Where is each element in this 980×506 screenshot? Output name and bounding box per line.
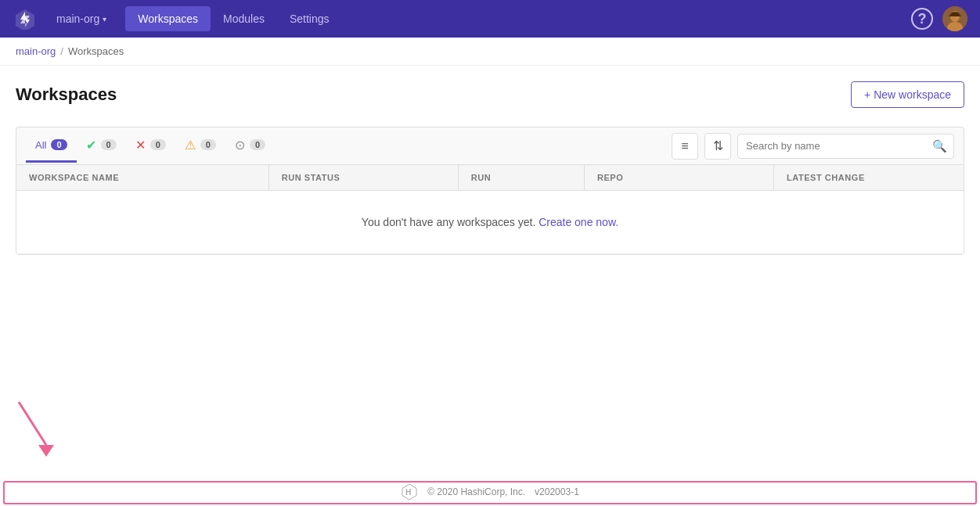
- help-button[interactable]: ?: [911, 8, 933, 30]
- org-name: main-org: [56, 13, 99, 25]
- filter-tab-warning-badge: 0: [200, 139, 216, 150]
- dropdown-chevron-icon: ▾: [103, 15, 106, 23]
- breadcrumb: main-org / Workspaces: [0, 38, 980, 66]
- nav-item-modules[interactable]: Modules: [211, 6, 277, 31]
- filter-tab-success[interactable]: ✔ 0: [77, 128, 126, 164]
- filter-button[interactable]: ≡: [672, 133, 698, 160]
- filter-tabs: All 0 ✔ 0 ✕ 0 ⚠ 0 ⊙ 0: [26, 128, 672, 164]
- create-workspace-link[interactable]: Create one now.: [539, 216, 618, 228]
- sort-icon: ⇅: [713, 138, 723, 153]
- page-content: Workspaces + New workspace All 0 ✔ 0 ✕ 0…: [0, 66, 980, 271]
- search-submit-button[interactable]: 🔍: [926, 135, 953, 158]
- filter-icon: ≡: [681, 139, 688, 153]
- filter-tab-all[interactable]: All 0: [26, 130, 77, 163]
- page-header: Workspaces + New workspace: [16, 81, 964, 108]
- filter-bar: All 0 ✔ 0 ✕ 0 ⚠ 0 ⊙ 0: [16, 127, 964, 164]
- search-icon: 🔍: [932, 139, 947, 153]
- col-latest-change: LATEST CHANGE: [774, 165, 964, 190]
- org-selector[interactable]: main-org ▾: [50, 9, 113, 28]
- filter-tab-paused[interactable]: ⊙ 0: [225, 128, 275, 164]
- col-run-status: RUN STATUS: [269, 165, 459, 190]
- col-workspace-name: WORKSPACE NAME: [16, 165, 269, 190]
- search-input[interactable]: [738, 135, 926, 156]
- error-circle-icon: ✕: [135, 138, 146, 153]
- col-run: RUN: [459, 165, 585, 190]
- check-circle-icon: ✔: [86, 138, 96, 153]
- new-workspace-button[interactable]: + New workspace: [851, 81, 964, 108]
- table-header: WORKSPACE NAME RUN STATUS RUN REPO LATES…: [16, 165, 964, 191]
- sort-button[interactable]: ⇅: [704, 133, 731, 160]
- filter-controls: ≡ ⇅ 🔍: [672, 133, 954, 160]
- breadcrumb-separator: /: [60, 45, 63, 57]
- nav-item-workspaces[interactable]: Workspaces: [125, 6, 211, 31]
- nav-item-settings[interactable]: Settings: [277, 6, 342, 31]
- empty-state: You don't have any workspaces yet. Creat…: [16, 191, 964, 254]
- workspaces-table: WORKSPACE NAME RUN STATUS RUN REPO LATES…: [16, 164, 964, 255]
- filter-tab-success-badge: 0: [101, 139, 117, 150]
- empty-state-message: You don't have any workspaces yet.: [362, 216, 535, 228]
- page-title: Workspaces: [16, 84, 117, 105]
- nav-items: Workspaces Modules Settings: [125, 6, 341, 31]
- filter-tab-error[interactable]: ✕ 0: [126, 128, 175, 164]
- filter-tab-error-badge: 0: [150, 139, 166, 150]
- filter-tab-paused-badge: 0: [250, 139, 265, 150]
- filter-tab-warning[interactable]: ⚠ 0: [175, 128, 225, 164]
- filter-tab-all-label: All: [35, 139, 46, 151]
- pause-circle-icon: ⊙: [235, 138, 245, 153]
- filter-tab-all-badge: 0: [51, 139, 67, 150]
- user-avatar[interactable]: [942, 6, 967, 31]
- app-logo[interactable]: [13, 6, 38, 31]
- warning-icon: ⚠: [185, 138, 196, 153]
- table-body: You don't have any workspaces yet. Creat…: [16, 191, 964, 254]
- col-repo: REPO: [585, 165, 774, 190]
- search-box: 🔍: [737, 134, 954, 159]
- breadcrumb-current: Workspaces: [68, 45, 124, 57]
- nav-right: ?: [911, 6, 967, 31]
- breadcrumb-org-link[interactable]: main-org: [16, 45, 56, 57]
- top-navigation: main-org ▾ Workspaces Modules Settings ?: [0, 0, 980, 38]
